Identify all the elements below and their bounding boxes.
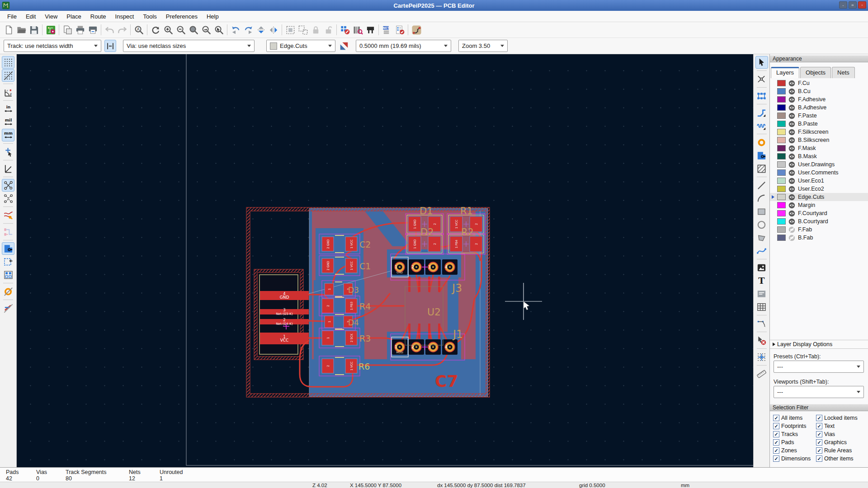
add-zone-button[interactable]	[755, 149, 768, 162]
layer-row-f.courtyard[interactable]: F.Courtyard	[770, 209, 868, 217]
unit-mil-button[interactable]: mil	[2, 116, 14, 128]
filter-pads[interactable]: ✓Pads	[773, 439, 816, 446]
track-posture-button[interactable]	[104, 40, 116, 52]
rotate-cw-button[interactable]	[242, 23, 255, 36]
filter-text[interactable]: ✓Text	[816, 423, 835, 429]
checkbox-checked-icon[interactable]: ✓	[773, 423, 779, 429]
zoom-selection-button[interactable]	[212, 23, 225, 36]
net-inspector-button[interactable]: NET	[381, 23, 393, 36]
layer-color-swatch[interactable]	[777, 129, 786, 135]
eye-visible-icon[interactable]	[788, 145, 795, 152]
zoom-fit-button[interactable]	[187, 23, 200, 36]
checkbox-checked-icon[interactable]: ✓	[816, 423, 822, 429]
layer-row-f.adhesive[interactable]: F.Adhesive	[770, 95, 868, 103]
layer-display-options[interactable]: Layer Display Options	[770, 340, 868, 349]
eye-hidden-icon[interactable]	[788, 226, 795, 233]
tune-length-button[interactable]	[755, 119, 768, 132]
add-text-button[interactable]: T	[755, 274, 768, 287]
draw-line-button[interactable]	[755, 179, 768, 192]
eye-visible-icon[interactable]	[788, 161, 795, 168]
add-table-button[interactable]	[755, 300, 768, 313]
dim-nets-button[interactable]	[2, 225, 14, 238]
pcb-canvas[interactable]: 4GND3Net-(D3-K)2Net-(D4-K)1VCC2 GND1 VCC…	[17, 54, 753, 467]
route-tracks-button[interactable]	[755, 106, 768, 119]
eye-visible-icon[interactable]	[788, 80, 795, 87]
highlight-nets-button[interactable]	[2, 209, 14, 221]
save-button[interactable]	[28, 23, 40, 36]
fp-library-check-button[interactable]	[351, 23, 364, 36]
checkbox-checked-icon[interactable]: ✓	[816, 415, 822, 421]
layer-row-b.adhesive[interactable]: B.Adhesive	[770, 103, 868, 112]
group-button[interactable]	[284, 23, 297, 36]
zone-hide-button[interactable]	[2, 285, 14, 298]
eye-visible-icon[interactable]	[788, 169, 795, 176]
eye-visible-icon[interactable]	[788, 88, 795, 95]
router-button[interactable]	[410, 23, 423, 36]
menu-edit[interactable]: Edit	[21, 13, 40, 20]
rule-area-button[interactable]	[755, 162, 768, 175]
layer-color-swatch[interactable]	[777, 161, 786, 168]
filter-all-items[interactable]: ✓All items	[773, 415, 816, 421]
menu-help[interactable]: Help	[202, 13, 223, 20]
checkbox-checked-icon[interactable]: ✓	[816, 431, 822, 437]
plot-button[interactable]	[86, 23, 99, 36]
layer-color-swatch[interactable]	[777, 186, 786, 192]
eye-visible-icon[interactable]	[788, 104, 795, 111]
presets-dropdown[interactable]: ---	[774, 361, 864, 373]
layer-row-b.silkscreen[interactable]: B.Silkscreen	[770, 136, 868, 144]
layer-color-swatch[interactable]	[777, 169, 786, 176]
drc-button[interactable]	[393, 23, 406, 36]
checkbox-checked-icon[interactable]: ✓	[773, 439, 779, 446]
layer-color-swatch[interactable]	[777, 96, 786, 103]
eye-visible-icon[interactable]	[788, 194, 795, 201]
eye-visible-icon[interactable]	[788, 113, 795, 119]
layer-color-swatch[interactable]	[777, 235, 786, 241]
flip-vertical-button[interactable]	[255, 23, 267, 36]
menu-tools[interactable]: Tools	[138, 13, 161, 20]
ungroup-button[interactable]	[297, 23, 309, 36]
find-button[interactable]: A	[132, 23, 145, 36]
layer-color-swatch[interactable]	[777, 80, 786, 86]
layer-row-user.comments[interactable]: User.Comments	[770, 169, 868, 177]
filter-rule-areas[interactable]: ✓Rule Areas	[816, 447, 852, 454]
eye-visible-icon[interactable]	[788, 96, 795, 103]
delete-tool-button[interactable]	[755, 334, 768, 347]
new-file-button[interactable]	[2, 23, 15, 36]
checkbox-checked-icon[interactable]: ✓	[773, 431, 779, 437]
layer-color-swatch[interactable]	[777, 121, 786, 127]
fp-update-button[interactable]	[364, 23, 377, 36]
zone-fracture-button[interactable]	[2, 268, 14, 281]
menu-preferences[interactable]: Preferences	[161, 13, 202, 20]
menu-view[interactable]: View	[40, 13, 62, 20]
layer-row-edge.cuts[interactable]: Edge.Cuts	[770, 193, 868, 201]
redo-button[interactable]	[116, 23, 128, 36]
lock-button[interactable]	[309, 23, 322, 36]
layer-color-swatch[interactable]	[777, 104, 786, 111]
checkbox-checked-icon[interactable]: ✓	[773, 455, 779, 462]
grid-slash-button[interactable]	[2, 69, 14, 82]
open-folder-button[interactable]	[15, 23, 28, 36]
zone-fill-button[interactable]	[2, 242, 14, 255]
add-footprint-button[interactable]	[755, 89, 768, 102]
layer-row-f.mask[interactable]: F.Mask	[770, 144, 868, 152]
board-setup-button[interactable]	[44, 23, 57, 36]
measure-button[interactable]	[755, 367, 768, 380]
dim-layers-button[interactable]	[2, 302, 14, 314]
eye-visible-icon[interactable]	[788, 186, 795, 192]
eye-hidden-icon[interactable]	[788, 235, 795, 241]
via-size-dropdown[interactable]: Via: use netclass sizes	[123, 40, 255, 52]
add-image-button[interactable]	[755, 261, 768, 274]
checkbox-checked-icon[interactable]: ✓	[816, 455, 822, 462]
filter-graphics[interactable]: ✓Graphics	[816, 439, 847, 446]
eye-visible-icon[interactable]	[788, 218, 795, 225]
page-setup-button[interactable]	[61, 23, 74, 36]
layer-row-margin[interactable]: Margin	[770, 201, 868, 209]
checkbox-checked-icon[interactable]: ✓	[773, 415, 779, 421]
select-button[interactable]	[755, 56, 768, 69]
cursor-45-button[interactable]	[2, 145, 14, 158]
draw-rect-button[interactable]	[755, 205, 768, 218]
filter-footprints[interactable]: ✓Footprints	[773, 423, 816, 429]
eye-visible-icon[interactable]	[788, 137, 795, 144]
layer-pair-button[interactable]	[338, 40, 350, 52]
layer-color-swatch[interactable]	[777, 153, 786, 160]
